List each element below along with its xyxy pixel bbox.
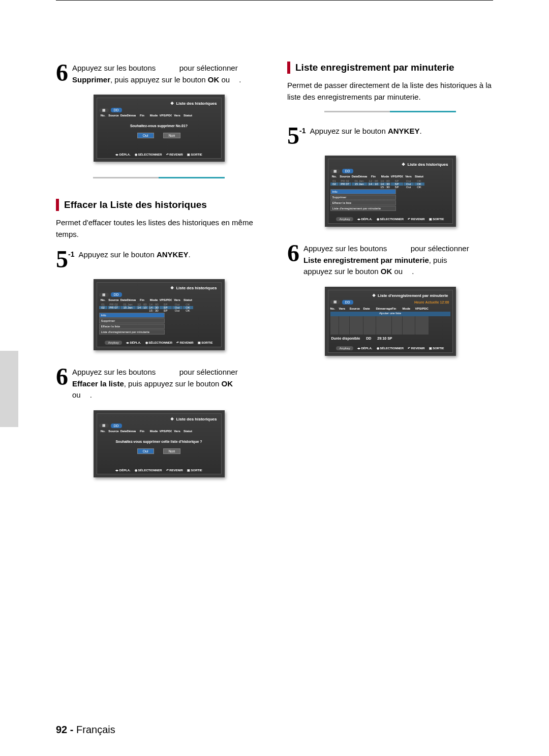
text: 29:10 SP [377, 337, 392, 340]
text: Appuyez sur les boutons [303, 244, 387, 253]
step-sup: -1 [68, 250, 74, 258]
menu-supprimer[interactable]: Supprimer [99, 318, 165, 323]
hint: REVENIR [169, 153, 183, 156]
yes-button[interactable]: Oui [137, 133, 154, 138]
no-button[interactable]: Non [163, 448, 181, 454]
window-title: Liste des historiques [176, 417, 217, 421]
th: VPS/PDC [160, 114, 172, 117]
menu-effacer[interactable]: Effacer la liste [330, 200, 396, 205]
media-icon: ▦ [330, 300, 340, 304]
th: Source [350, 307, 363, 310]
add-list-row[interactable]: Ajouter une liste [330, 312, 450, 316]
anykey-pill: Anykey [336, 217, 353, 221]
page-num-value: 92 - [56, 724, 73, 735]
th: VPS/PDC [415, 307, 429, 310]
footer-hints: ◂▸ DÉPLA. ◉ SÉLECTIONNER ↶ REVENIR ▣ SOR… [99, 153, 219, 156]
hint: SÉLECTIONNER [138, 153, 162, 156]
menu-effacer[interactable]: Effacer la liste [99, 324, 165, 329]
th: Fin [136, 114, 148, 117]
window-title: Liste des historiques [176, 286, 217, 290]
step-text: Appuyez sur les boutons pour sélectionne… [72, 62, 241, 85]
dd-chip: DD [342, 169, 353, 173]
th: Mode [149, 114, 159, 117]
th: No. [99, 114, 107, 117]
right-column: Liste enregistrement par minuterie Perme… [287, 62, 493, 493]
table-headers: No.SourceDateDémarrageFinModeVPS/PDCVers… [99, 298, 219, 301]
text: , puis [429, 256, 447, 264]
text: , puis appuyez sur le bouton [124, 379, 222, 388]
th: Fin [136, 298, 148, 301]
page-num-lang: Français [76, 724, 115, 735]
th: Démarrage [376, 307, 391, 310]
media-icon: ▦ [99, 424, 109, 428]
diamond-icon: ❖ [402, 162, 405, 167]
step-number: 6 [287, 242, 299, 264]
yes-button[interactable]: Oui [137, 448, 154, 454]
th: Fin [136, 430, 148, 433]
hint: SÉLECTIONNER [148, 341, 172, 344]
menu-liste[interactable]: Liste d'enregistrement par minuterie [99, 329, 165, 335]
section-para: Permet de passer directement de la liste… [287, 80, 493, 103]
anykey-pill: Anykey [336, 346, 353, 350]
diamond-icon: ❖ [372, 293, 376, 298]
hint: SÉLECTIONNER [380, 347, 404, 350]
th: DateDémarrage [120, 430, 136, 433]
hint: SORTIE [191, 469, 202, 472]
no-button[interactable]: Non [163, 133, 181, 138]
screenshot-menu-open: ❖Liste des historiques ▦DD No.SourceDate… [94, 279, 225, 350]
media-icon: ▦ [99, 293, 109, 297]
diamond-icon: ❖ [170, 286, 174, 290]
th: Vers [404, 175, 414, 178]
text: pour sélectionner [179, 64, 238, 72]
hint: SORTIE [191, 153, 202, 156]
media-icon: ▦ [99, 108, 109, 112]
window-title: Liste des historiques [407, 162, 448, 167]
text-bold: Effacer la liste [72, 379, 124, 388]
table-headers: No.SourceDateDémarrageFinModeVPS/PDCVers… [99, 430, 219, 433]
page-number: 92 - Français [56, 724, 115, 736]
th: Statut [414, 175, 424, 178]
hint: DÉPLA. [361, 347, 372, 350]
hint: SÉLECTIONNER [138, 469, 162, 472]
menu-liste[interactable]: Liste d'enregistrement par minuterie [330, 206, 396, 211]
text-bold: OK [222, 379, 233, 388]
th: Vers [172, 114, 182, 117]
duration-line: Durée disponible DD 29:10 SP [330, 337, 450, 340]
menu-supprimer[interactable]: Supprimer [330, 195, 396, 200]
text: Appuyez sur les boutons [72, 368, 156, 376]
dd-chip: DD [342, 300, 353, 305]
th: VPS/PDC [391, 175, 403, 178]
hint: REVENIR [169, 469, 183, 472]
text: DD [366, 337, 371, 340]
th: Vers [339, 307, 349, 310]
th: Source [108, 430, 120, 433]
media-icon: ▦ [330, 169, 340, 173]
text: . [188, 250, 190, 259]
menu-info[interactable]: Info [99, 313, 165, 318]
table-row: 15 : 30SPOuiOK [330, 186, 450, 189]
text: Durée disponible [331, 337, 360, 340]
section-liste-head: Liste enregistrement par minuterie [287, 62, 493, 74]
step-number: 6 [56, 366, 68, 387]
step-6-right: 6 Appuyez sur les boutons pour sélection… [287, 242, 493, 278]
hint: REVENIR [411, 218, 425, 221]
divider [93, 177, 225, 178]
menu-info[interactable]: Info [330, 189, 396, 194]
dd-chip: DD [111, 424, 122, 428]
text-bold: ANYKEY [388, 127, 420, 135]
footer-hints: Anykey ◂▸ DÉPLA. ◉ SÉLECTIONNER ↶ REVENI… [330, 217, 450, 221]
hint: DÉPLA. [361, 218, 372, 221]
text: ou [219, 75, 230, 84]
footer-hints: Anykey ◂▸ DÉPLA. ◉ SÉLECTIONNER ↶ REVENI… [99, 341, 219, 345]
th: DateDémarrage [352, 175, 367, 178]
hint: SÉLECTIONNER [380, 218, 404, 221]
table-row [330, 330, 450, 335]
th: Source [339, 175, 351, 178]
text-bold: Supprimer [72, 75, 110, 84]
step-text: Appuyez sur les boutons pour sélectionne… [72, 366, 238, 401]
step-5-1-right: 5 -1 Appuyez sur le bouton ANYKEY. [287, 125, 493, 146]
text-bold: Liste enregistrement par minuterie [303, 256, 429, 264]
table-row: 15 : 30SPOuiOK [99, 309, 219, 312]
th: Fin [392, 307, 402, 310]
screenshot-clearlist-confirm: ❖Liste des historiques ▦DD No.SourceDate… [94, 410, 225, 477]
